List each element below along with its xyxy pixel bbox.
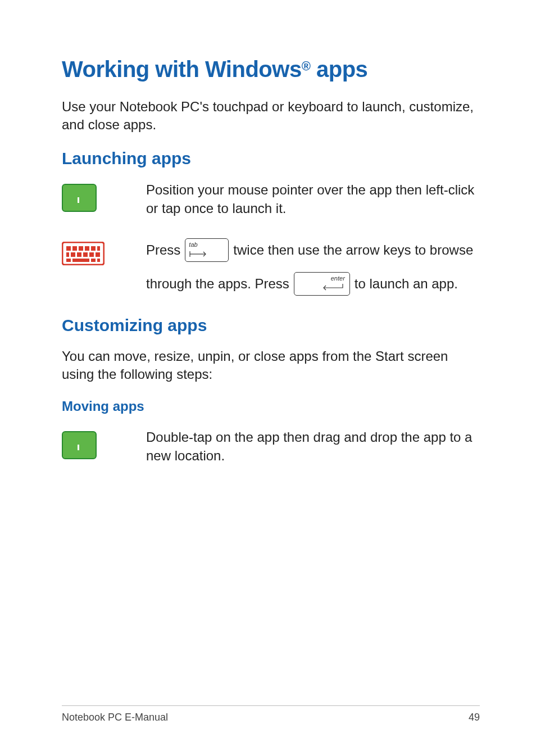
enter-key-label: enter — [298, 274, 346, 283]
svg-rect-11 — [77, 252, 81, 257]
page-number: 49 — [469, 712, 480, 723]
kb-line2: through the apps. Press enter to launch … — [146, 272, 480, 296]
icon-cell — [62, 180, 146, 212]
touchpad-icon — [62, 184, 97, 212]
keyboard-icon — [62, 242, 105, 265]
keyboard-instruction: Press tab twice then use the arrow keys … — [146, 238, 480, 296]
registered-mark: ® — [302, 59, 311, 73]
icon-cell — [62, 238, 146, 265]
tab-key-label: tab — [189, 241, 197, 249]
svg-rect-13 — [89, 252, 94, 257]
tab-key-icon: tab — [185, 238, 229, 262]
touchpad-icon — [62, 431, 97, 459]
heading-customizing-apps: Customizing apps — [62, 316, 480, 335]
text-launch-app: to launch an app. — [355, 274, 458, 293]
svg-rect-7 — [91, 246, 96, 251]
icon-cell — [62, 428, 146, 459]
kb-line1: Press tab twice then use the arrow keys … — [146, 238, 480, 262]
row-touchpad-launch: Position your mouse pointer over the app… — [62, 180, 480, 218]
text-press: Press — [146, 241, 180, 260]
svg-rect-1 — [78, 197, 79, 203]
svg-rect-22 — [78, 445, 79, 450]
h1-pre: Working with Windows — [62, 57, 302, 82]
svg-rect-17 — [91, 259, 96, 262]
svg-rect-18 — [97, 259, 100, 262]
svg-rect-5 — [79, 246, 83, 251]
customizing-intro: You can move, resize, unpin, or close ap… — [62, 347, 480, 384]
svg-rect-3 — [66, 246, 71, 251]
svg-rect-9 — [66, 252, 69, 257]
row-touchpad-moving: Double-tap on the app then drag and drop… — [62, 428, 480, 465]
svg-rect-8 — [97, 246, 100, 251]
svg-rect-6 — [85, 246, 89, 251]
footer-title: Notebook PC E-Manual — [62, 712, 168, 723]
row-keyboard-launch: Press tab twice then use the arrow keys … — [62, 238, 480, 296]
launch-touchpad-text: Position your mouse pointer over the app… — [146, 180, 480, 218]
svg-rect-12 — [83, 252, 88, 257]
svg-rect-16 — [72, 259, 89, 262]
text-twice: twice then use the arrow keys to browse — [233, 241, 473, 260]
heading-launching-apps: Launching apps — [62, 149, 480, 168]
h1-post: apps — [310, 57, 367, 82]
svg-rect-4 — [72, 246, 77, 251]
svg-rect-14 — [96, 252, 100, 257]
heading-1: Working with Windows® apps — [62, 56, 480, 82]
heading-moving-apps: Moving apps — [62, 399, 480, 414]
text-through: through the apps. Press — [146, 274, 289, 293]
enter-key-icon: enter — [294, 272, 350, 296]
svg-rect-15 — [66, 259, 71, 262]
intro-paragraph: Use your Notebook PC's touchpad or keybo… — [62, 98, 480, 134]
svg-rect-10 — [71, 252, 75, 257]
page: Working with Windows® apps Use your Note… — [0, 0, 536, 756]
page-footer: Notebook PC E-Manual 49 — [62, 705, 480, 723]
moving-touchpad-text: Double-tap on the app then drag and drop… — [146, 428, 480, 465]
